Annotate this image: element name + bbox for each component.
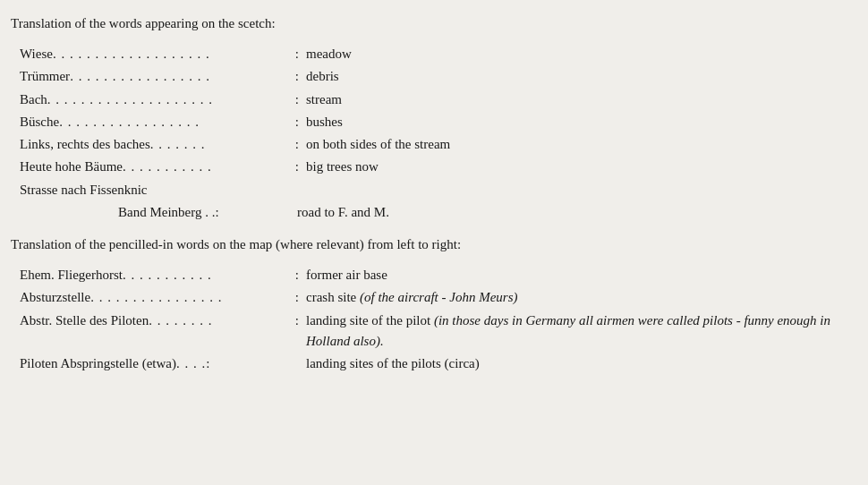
- german-word: Büsche: [20, 112, 59, 132]
- english-col: stream: [306, 89, 852, 110]
- english-col: debris: [306, 66, 852, 87]
- german-word: Wiese: [20, 44, 53, 64]
- german-col: Bach . . . . . . . . . . . . . . . . . .…: [20, 89, 306, 110]
- section-2-table: Ehem. Fliegerhorst . . . . . . . . . . .…: [11, 265, 852, 374]
- table-row: Band Meinberg . .: road to F. and M.: [20, 202, 852, 223]
- english-col: big trees now: [306, 157, 852, 177]
- german-word: Heute hohe Bäume: [20, 157, 123, 177]
- english-col: landing site of the pilot (in those days…: [306, 311, 852, 353]
- german-word: Bach: [20, 89, 47, 110]
- section-1-table: Wiese . . . . . . . . . . . . . . . . . …: [11, 44, 852, 223]
- colon: :: [295, 287, 299, 308]
- dots: . . . . . . .: [150, 134, 295, 155]
- german-word: Abstr. Stelle des Piloten: [20, 311, 149, 331]
- page-container: Translation of the words appearing on th…: [11, 16, 852, 374]
- german-col: Piloten Abspringstelle (etwa) . . . .:: [20, 353, 306, 374]
- table-row: Strasse nach Fissenknic: [20, 180, 852, 200]
- german-word: Band Meinberg . .:: [118, 202, 219, 223]
- english-col: landing sites of the pilots (circa): [306, 353, 852, 374]
- colon: :: [295, 265, 299, 285]
- dots: . . . . . . . . . . . . . . . . . . . .: [47, 89, 295, 110]
- english-col: crash site (of the aircraft - John Meurs…: [306, 287, 852, 308]
- colon: :: [295, 66, 299, 87]
- table-row: Büsche . . . . . . . . . . . . . . . . .…: [20, 112, 852, 132]
- dots: . . . .:: [176, 353, 306, 374]
- colon: :: [295, 89, 299, 110]
- german-col: Wiese . . . . . . . . . . . . . . . . . …: [20, 44, 306, 64]
- german-col: Strasse nach Fissenknic: [20, 180, 147, 200]
- dots: . . . . . . . . . . . . . . . .: [90, 287, 295, 308]
- dots: . . . . . . . . . . . . . . . . .: [59, 112, 295, 132]
- colon: :: [295, 311, 299, 331]
- german-col: Absturzstelle . . . . . . . . . . . . . …: [20, 287, 306, 308]
- german-col: Büsche . . . . . . . . . . . . . . . . .…: [20, 112, 306, 132]
- table-row: Piloten Abspringstelle (etwa) . . . .: l…: [20, 353, 852, 374]
- colon: :: [295, 44, 299, 64]
- german-col: Heute hohe Bäume . . . . . . . . . . . :: [20, 157, 306, 177]
- table-row: Links, rechts des baches . . . . . . . :…: [20, 134, 852, 155]
- german-word: Piloten Abspringstelle (etwa): [20, 353, 176, 374]
- german-word: Links, rechts des baches: [20, 134, 150, 155]
- table-row: Bach . . . . . . . . . . . . . . . . . .…: [20, 89, 852, 110]
- english-col: meadow: [306, 44, 852, 64]
- german-col: Band Meinberg . .:: [118, 202, 297, 223]
- table-row: Trümmer . . . . . . . . . . . . . . . . …: [20, 66, 852, 87]
- colon: :: [295, 112, 299, 132]
- german-col: Trümmer . . . . . . . . . . . . . . . . …: [20, 66, 306, 87]
- german-word: Ehem. Fliegerhorst: [20, 265, 123, 285]
- dots: . . . . . . . . . . .: [123, 157, 295, 177]
- english-col: on both sides of the stream: [306, 134, 852, 155]
- italic-text: (of the aircraft - John Meurs): [360, 290, 518, 304]
- german-word: Absturzstelle: [20, 287, 90, 308]
- dots: . . . . . . . . . . .: [123, 265, 295, 285]
- table-row: Ehem. Fliegerhorst . . . . . . . . . . .…: [20, 265, 852, 285]
- table-row: Heute hohe Bäume . . . . . . . . . . . :…: [20, 157, 852, 177]
- english-col: bushes: [306, 112, 852, 132]
- italic-text: (in those days in Germany all airmen wer…: [306, 313, 830, 348]
- english-col: road to F. and M.: [297, 202, 852, 223]
- english-col: former air base: [306, 265, 852, 285]
- german-col: Ehem. Fliegerhorst . . . . . . . . . . .…: [20, 265, 306, 285]
- german-col: Links, rechts des baches . . . . . . . :: [20, 134, 306, 155]
- german-col: Abstr. Stelle des Piloten . . . . . . . …: [20, 311, 306, 331]
- table-row: Abstr. Stelle des Piloten . . . . . . . …: [20, 311, 852, 353]
- dots: . . . . . . . .: [149, 311, 295, 331]
- table-row: Absturzstelle . . . . . . . . . . . . . …: [20, 287, 852, 308]
- german-word: Trümmer: [20, 66, 70, 87]
- dots: . . . . . . . . . . . . . . . . .: [70, 66, 295, 87]
- section-2-title: Translation of the pencilled-in words on…: [11, 237, 852, 252]
- table-row: Wiese . . . . . . . . . . . . . . . . . …: [20, 44, 852, 64]
- section-1-title: Translation of the words appearing on th…: [11, 16, 852, 31]
- colon: :: [295, 134, 299, 155]
- dots: . . . . . . . . . . . . . . . . . . .: [53, 44, 295, 64]
- colon: :: [295, 157, 299, 177]
- german-word: Strasse nach Fissenknic: [20, 180, 147, 200]
